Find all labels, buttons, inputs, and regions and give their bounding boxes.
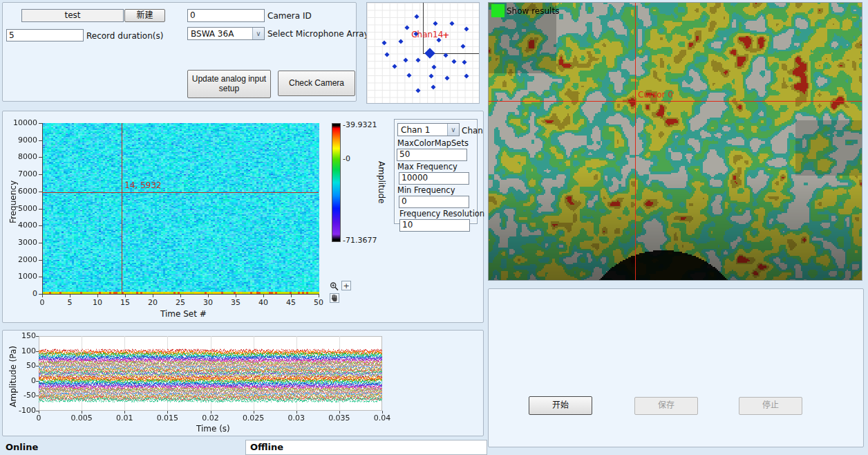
camera-cursor-hline[interactable]: [489, 101, 862, 102]
channel-dropdown[interactable]: Chan 1 ∨: [397, 123, 460, 136]
waveform-xtick-mark: [124, 411, 125, 414]
spectrogram-xtick-mark: [42, 295, 43, 297]
mic-array-dropdown[interactable]: BSWA 36A ∨: [187, 27, 265, 40]
run-control-panel: 开始 保存 停止: [488, 288, 864, 447]
record-duration-field[interactable]: 5: [6, 29, 84, 41]
spectrogram-cursor-vline[interactable]: [122, 123, 122, 294]
frequency-resolution-field[interactable]: 10: [399, 219, 470, 232]
spectrogram-ytick: 7000: [11, 169, 37, 178]
camera-id-label: Camera ID: [267, 11, 312, 21]
waveform-xtick-mark: [39, 411, 39, 414]
show-results-checkbox[interactable]: [491, 4, 504, 17]
frequency-resolution-label: Frequency Resolution: [399, 209, 484, 219]
spectrogram-xtick-mark: [208, 295, 209, 297]
spectrogram-xtick: 30: [200, 298, 216, 307]
new-project-button[interactable]: 新建: [124, 9, 165, 22]
waveform-ytick: 150: [14, 331, 36, 340]
mic-dot: [407, 73, 412, 77]
camera-id-field[interactable]: 0: [187, 9, 265, 22]
spectrogram-xtick: 20: [144, 298, 161, 307]
spectrogram-ytick-mark: [39, 123, 42, 124]
waveform-xtick-mark: [254, 411, 254, 414]
mic-dot: [415, 57, 420, 62]
spectrogram-xtick-mark: [319, 295, 319, 297]
waveform-panel: 150100500-50-100 00.0050.010.0150.020.02…: [2, 330, 484, 436]
config-panel: test 新建 5 Record duration(s) 0 Camera ID…: [2, 2, 357, 102]
spectrogram-ytick: 8000: [11, 152, 37, 161]
waveform-xtick: 0.035: [327, 414, 352, 423]
waveform-xtick: 0.04: [370, 414, 395, 423]
spectrogram-xtick: 35: [227, 298, 244, 307]
mic-highlight-cross-icon: +: [442, 30, 449, 40]
spectrogram-xtick: 45: [283, 298, 299, 307]
min-frequency-field[interactable]: 0: [399, 196, 469, 208]
max-frequency-field[interactable]: 10000: [399, 172, 469, 185]
cursor-tool-button[interactable]: +: [341, 281, 351, 290]
channel-label: Chan: [462, 126, 483, 136]
waveform-xtick: 0.01: [112, 414, 137, 423]
zoom-tool-icon[interactable]: [329, 281, 340, 292]
show-results-label: Show results: [507, 6, 559, 16]
spectrogram-ytick: 3000: [11, 238, 37, 247]
mic-dot: [404, 57, 408, 62]
waveform-xtick: 0.005: [69, 414, 94, 423]
project-name-field[interactable]: test: [21, 9, 124, 22]
mic-array-label: Select Microphone Array: [267, 29, 369, 39]
camera-cursor-vline[interactable]: [635, 3, 636, 280]
waveform-ytick-mark: [36, 351, 39, 352]
waveform-xtick-mark: [167, 411, 168, 414]
mic-dot: [444, 76, 449, 81]
mic-dot: [451, 59, 456, 64]
colorbar-axis-label: Amplitude: [377, 161, 386, 204]
waveform-xtick-mark: [296, 411, 297, 414]
mic-array-value: BSWA 36A: [188, 29, 252, 39]
spectrogram-xtick-mark: [291, 295, 292, 297]
acoustic-camera-app-window: test 新建 5 Record duration(s) 0 Camera ID…: [0, 0, 868, 455]
waveform-canvas: [39, 336, 382, 411]
waveform-xtick: 0.03: [284, 414, 309, 423]
update-analog-input-button[interactable]: Update analog input setup: [187, 70, 271, 98]
spectrogram-xtick-mark: [263, 295, 264, 297]
spectrogram-ytick: 10000: [11, 118, 37, 127]
waveform-xtick: 0.02: [198, 414, 223, 423]
spectrogram-panel: 0100020003000400050006000700080009000100…: [2, 111, 484, 323]
mic-center-cluster: [425, 48, 436, 59]
colorbar-min-label: -71.3677: [343, 236, 377, 245]
mic-dot: [449, 21, 454, 26]
camera-cursor-label: Cursor 0: [638, 90, 673, 100]
mic-dot: [415, 89, 420, 93]
spectrogram-xtick: 10: [89, 298, 106, 307]
spectrogram-xtick-mark: [125, 295, 126, 297]
spectrogram-ytick: 1000: [11, 272, 37, 281]
waveform-xtick-mark: [211, 411, 211, 414]
check-camera-button[interactable]: Check Camera: [278, 71, 355, 96]
colorbar-mid-label: -0: [343, 154, 350, 163]
start-button[interactable]: 开始: [529, 396, 592, 415]
waveform-xtick: 0.025: [241, 414, 266, 423]
waveform-xtick-mark: [339, 411, 340, 414]
min-frequency-label: Min Frequency: [397, 185, 484, 195]
waveform-ytick-mark: [36, 381, 39, 382]
maxcolormapsets-label: MaxColorMapSets: [397, 138, 484, 148]
mic-dot: [381, 41, 386, 46]
online-status-label: Online: [6, 442, 38, 452]
waveform-xtick-mark: [82, 411, 82, 414]
hand-icon: [330, 294, 339, 302]
colorbar-max-label: -39.9321: [343, 120, 377, 129]
spectrogram-canvas: [42, 123, 319, 295]
mic-dot-layer: [367, 3, 479, 103]
spectrogram-xtick: 15: [117, 298, 133, 307]
maxcolormapsets-field[interactable]: 50: [397, 149, 467, 161]
spectrogram-cursor-hline[interactable]: [42, 192, 319, 193]
camera-view: Cursor 0 Show results: [488, 2, 862, 281]
pan-hand-tool-button[interactable]: [330, 293, 339, 303]
spectrogram-ytick-mark: [39, 140, 42, 141]
spectrogram-ytick-mark: [39, 260, 42, 261]
spectrogram-ytick: 0: [11, 289, 37, 298]
spectrogram-xtick: 50: [310, 298, 327, 307]
mic-dot: [398, 39, 403, 44]
save-button: 保存: [634, 397, 698, 415]
waveform-ytick-mark: [36, 396, 39, 396]
record-duration-label: Record duration(s): [86, 31, 163, 41]
spectrogram-xlabel: Time Set #: [160, 309, 207, 319]
